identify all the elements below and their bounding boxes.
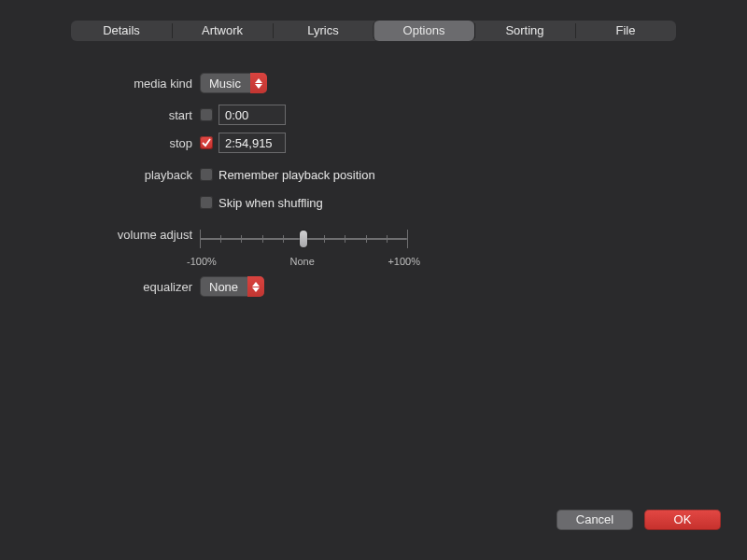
tab-options-label: Options [403, 23, 445, 37]
media-kind-label: media kind [0, 77, 200, 91]
skip-shuffling-label: Skip when shuffling [218, 196, 323, 210]
volume-center-label: None [289, 256, 314, 267]
stop-label: stop [0, 136, 200, 150]
slider-tick [345, 235, 345, 243]
slider-thumb[interactable] [300, 231, 307, 247]
tab-artwork[interactable]: Artwork [172, 21, 273, 41]
slider-tick [262, 235, 263, 243]
remember-position-checkbox[interactable] [200, 168, 213, 181]
tab-options[interactable]: Options [374, 21, 474, 41]
options-form: media kind Music start [0, 71, 747, 299]
start-label: start [0, 108, 200, 122]
stop-time-input[interactable] [218, 133, 286, 153]
slider-scale: -100% None +100% [187, 256, 420, 267]
slider-tick [241, 235, 242, 243]
tab-artwork-label: Artwork [202, 23, 243, 37]
tab-details[interactable]: Details [71, 21, 172, 41]
updown-icon [247, 276, 264, 297]
updown-icon [250, 73, 267, 93]
slider-tick [387, 235, 388, 243]
tab-sorting[interactable]: Sorting [474, 21, 575, 41]
tab-file-label: File [616, 23, 636, 37]
start-checkbox[interactable] [200, 108, 213, 121]
media-kind-value: Music [200, 77, 250, 91]
ok-button[interactable]: OK [644, 510, 721, 530]
slider-tick [324, 235, 325, 243]
volume-adjust-label: volume adjust [0, 222, 200, 242]
tab-details-label: Details [103, 23, 140, 37]
options-pane: Details Artwork Lyrics Options Sorting F… [0, 0, 747, 560]
slider-tick [220, 235, 221, 243]
tab-bar: Details Artwork Lyrics Options Sorting F… [71, 21, 676, 41]
cancel-button-label: Cancel [576, 512, 613, 526]
slider-tick [366, 235, 367, 243]
equalizer-select[interactable]: None [200, 276, 264, 297]
tab-lyrics[interactable]: Lyrics [273, 21, 374, 41]
slider-tick [200, 230, 201, 248]
playback-label: playback [0, 168, 200, 182]
slider-track [200, 228, 407, 250]
slider-tick [283, 235, 284, 243]
tab-file[interactable]: File [575, 21, 676, 41]
stop-checkbox[interactable] [200, 136, 213, 149]
volume-adjust-slider[interactable]: -100% None +100% [200, 222, 407, 267]
cancel-button[interactable]: Cancel [557, 510, 633, 530]
media-kind-select[interactable]: Music [200, 73, 267, 93]
remember-position-label: Remember playback position [218, 168, 375, 182]
skip-shuffling-checkbox[interactable] [200, 196, 213, 209]
tab-sorting-label: Sorting [505, 23, 543, 37]
equalizer-label: equalizer [0, 280, 200, 294]
volume-min-label: -100% [187, 256, 217, 267]
start-time-input[interactable] [218, 105, 286, 125]
equalizer-value: None [200, 280, 247, 294]
volume-max-label: +100% [388, 256, 420, 267]
slider-tick [407, 230, 408, 248]
dialog-footer: Cancel OK [557, 510, 721, 530]
ok-button-label: OK [674, 512, 692, 526]
tab-lyrics-label: Lyrics [307, 23, 338, 37]
